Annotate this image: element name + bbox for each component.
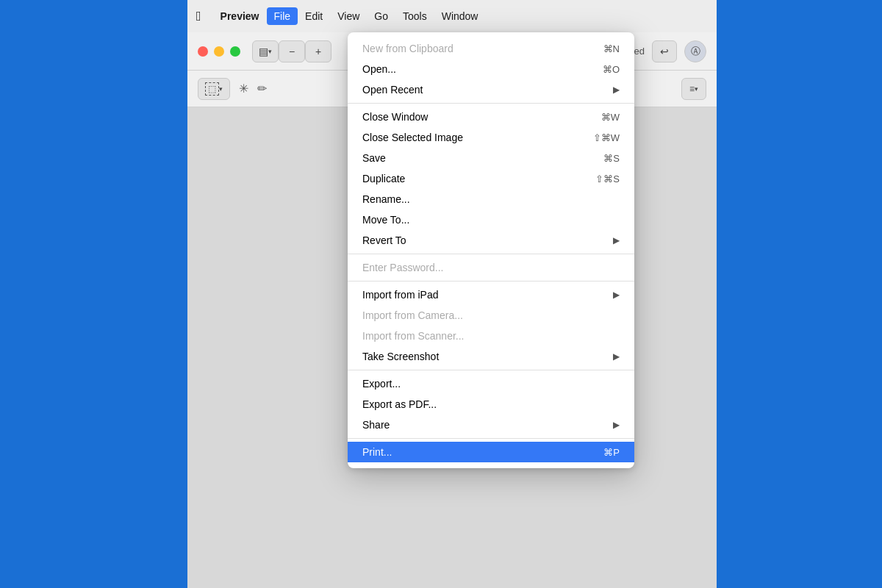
menu-go[interactable]: Go <box>367 7 395 25</box>
zoom-in-icon: + <box>315 46 321 57</box>
selection-chevron-icon: ▾ <box>219 85 223 93</box>
menu-item-take-screenshot[interactable]: Take Screenshot ▶ <box>348 346 634 367</box>
sidebar-toggle-button[interactable]: ▤ ▾ <box>252 40 279 62</box>
traffic-lights <box>198 46 240 57</box>
menu-section-2: Close Window ⌘W Close Selected Image ⇧⌘W… <box>348 103 634 252</box>
menu-item-enter-password[interactable]: Enter Password... <box>348 257 634 278</box>
menu-item-import-from-ipad[interactable]: Import from iPad ▶ <box>348 284 634 305</box>
menu-section-5: Export... Export as PDF... Share ▶ <box>348 370 634 437</box>
menu-item-close-selected-image[interactable]: Close Selected Image ⇧⌘W <box>348 127 634 148</box>
menu-item-open-recent[interactable]: Open Recent ▶ <box>348 79 634 100</box>
menu-section-3: Enter Password... <box>348 254 634 279</box>
menu-item-move-to[interactable]: Move To... <box>348 209 634 230</box>
menu-edit[interactable]: Edit <box>298 7 330 25</box>
menu-item-export-as-pdf[interactable]: Export as PDF... <box>348 394 634 415</box>
menu-item-rename[interactable]: Rename... <box>348 189 634 209</box>
file-dropdown-menu: New from Clipboard ⌘N Open... ⌘O Open Re… <box>348 32 634 468</box>
person-icon: Ⓐ <box>691 45 700 58</box>
menu-item-open[interactable]: Open... ⌘O <box>348 59 634 79</box>
menu-section-1: New from Clipboard ⌘N Open... ⌘O Open Re… <box>348 37 634 101</box>
menu-item-share[interactable]: Share ▶ <box>348 415 634 435</box>
sidebar-icon: ▤ <box>259 46 268 57</box>
menu-item-import-from-camera[interactable]: Import from Camera... <box>348 305 634 326</box>
share-button[interactable]: Ⓐ <box>684 40 706 62</box>
zoom-in-button[interactable]: + <box>305 40 331 62</box>
close-button[interactable] <box>198 46 208 57</box>
markup-button[interactable]: ≡ ▾ <box>681 78 706 100</box>
menu-section-4: Import from iPad ▶ Import from Camera...… <box>348 281 634 368</box>
zoom-out-button[interactable]: − <box>279 40 305 62</box>
selection-tool-button[interactable]: ⬚ ▾ <box>198 78 230 100</box>
markup-chevron-icon: ▾ <box>695 85 698 93</box>
menu-bar:  Preview File Edit View Go Tools Window <box>187 0 717 32</box>
menu-item-print[interactable]: Print... ⌘P <box>348 442 634 462</box>
menu-item-close-window[interactable]: Close Window ⌘W <box>348 107 634 127</box>
minimize-button[interactable] <box>214 46 224 57</box>
undo-button[interactable]: ↩ <box>652 40 677 62</box>
menu-preview[interactable]: Preview <box>213 7 267 25</box>
menu-item-import-from-scanner[interactable]: Import from Scanner... <box>348 326 634 346</box>
menu-item-duplicate[interactable]: Duplicate ⇧⌘S <box>348 168 634 189</box>
menu-item-revert-to[interactable]: Revert To ▶ <box>348 230 634 251</box>
pen-tool-icon[interactable]: ✏ <box>257 82 267 96</box>
apple-menu-icon[interactable]:  <box>196 9 201 24</box>
menu-view[interactable]: View <box>330 7 367 25</box>
menu-tools[interactable]: Tools <box>395 7 434 25</box>
menu-item-save[interactable]: Save ⌘S <box>348 148 634 168</box>
zoom-out-icon: − <box>289 46 295 57</box>
magic-wand-icon[interactable]: ✳ <box>239 82 248 96</box>
menu-section-6: Print... ⌘P <box>348 438 634 464</box>
menu-file[interactable]: File <box>267 7 298 25</box>
menu-window[interactable]: Window <box>434 7 486 25</box>
maximize-button[interactable] <box>230 46 240 57</box>
menu-item-export[interactable]: Export... <box>348 373 634 394</box>
menu-item-new-from-clipboard[interactable]: New from Clipboard ⌘N <box>348 38 634 59</box>
selection-icon: ⬚ <box>205 82 219 96</box>
markup-icon: ≡ <box>689 84 695 94</box>
undo-icon: ↩ <box>660 46 669 57</box>
preview-window:  Preview File Edit View Go Tools Window… <box>187 0 717 588</box>
chevron-down-icon: ▾ <box>268 48 272 55</box>
